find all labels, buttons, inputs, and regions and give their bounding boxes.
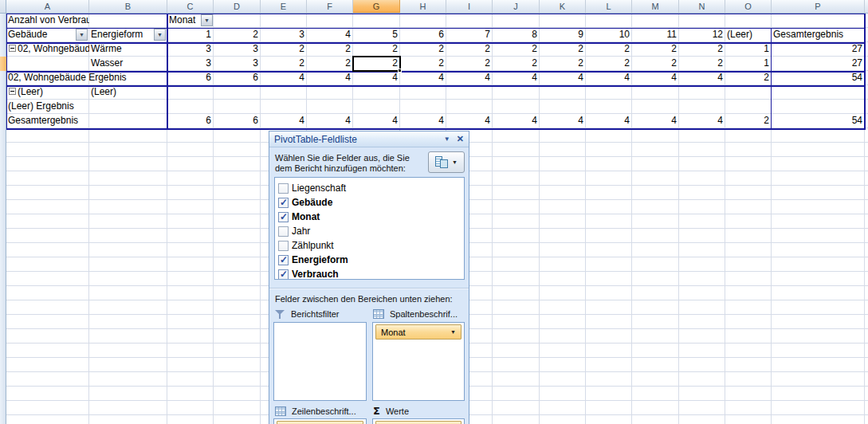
- pivot-row-field-cell[interactable]: Gebäude: [6, 28, 77, 42]
- column-header-A[interactable]: A: [6, 0, 89, 13]
- leer-value-cell[interactable]: 1: [725, 42, 772, 57]
- month-header-11[interactable]: 11: [632, 28, 679, 42]
- collapse-icon[interactable]: [9, 88, 16, 95]
- collapse-icon[interactable]: [9, 45, 16, 52]
- column-header-D[interactable]: D: [214, 0, 261, 13]
- month-header-3[interactable]: 3: [261, 28, 307, 42]
- total-value-cell[interactable]: 54: [772, 71, 865, 85]
- field-item-verbrauch[interactable]: Verbrauch: [278, 267, 462, 280]
- value-cell[interactable]: 2: [261, 42, 307, 57]
- value-cell[interactable]: 4: [307, 114, 353, 128]
- value-cell[interactable]: 6: [167, 114, 214, 128]
- value-cell[interactable]: 2: [307, 57, 353, 71]
- value-cell[interactable]: 2: [400, 42, 446, 57]
- grand-total-header[interactable]: Gesamtergebnis: [772, 28, 865, 42]
- month-header-8[interactable]: 8: [493, 28, 540, 42]
- column-header-E[interactable]: E: [261, 0, 307, 13]
- value-cell[interactable]: 2: [632, 57, 679, 71]
- value-cell[interactable]: 4: [353, 114, 400, 128]
- column-header-H[interactable]: H: [400, 0, 446, 13]
- column-header-M[interactable]: M: [632, 0, 679, 13]
- column-header-F[interactable]: F: [307, 0, 353, 13]
- month-header-1[interactable]: 1: [167, 28, 214, 42]
- row-label-2[interactable]: Wasser: [89, 57, 167, 71]
- monat-field-button[interactable]: Monat ▼: [375, 324, 461, 340]
- value-cell[interactable]: 2: [586, 57, 632, 71]
- value-cell[interactable]: 6: [214, 71, 261, 85]
- value-cell[interactable]: 2: [493, 57, 540, 71]
- column-header-L[interactable]: L: [586, 0, 632, 13]
- value-cell[interactable]: 4: [400, 71, 446, 85]
- energieform-filter-dropdown[interactable]: ▼: [154, 29, 166, 41]
- month-header-10[interactable]: 10: [586, 28, 632, 42]
- month-header-9[interactable]: 9: [540, 28, 586, 42]
- column-header-N[interactable]: N: [679, 0, 725, 13]
- value-cell[interactable]: 2: [446, 42, 493, 57]
- value-cell[interactable]: 2: [679, 42, 725, 57]
- value-cell[interactable]: 4: [632, 114, 679, 128]
- value-cell[interactable]: 4: [493, 71, 540, 85]
- value-cell[interactable]: 4: [586, 71, 632, 85]
- value-cell[interactable]: 3: [167, 57, 214, 71]
- selected-cell[interactable]: [352, 56, 401, 72]
- row-label[interactable]: 02, Wohngebäud: [6, 42, 89, 57]
- row-header-strip[interactable]: [0, 14, 6, 424]
- select-all-corner[interactable]: [0, 0, 6, 13]
- column-header-C[interactable]: C: [167, 0, 214, 13]
- checked-checkbox[interactable]: [278, 212, 289, 222]
- month-header-4[interactable]: 4: [307, 28, 353, 42]
- row-label-2[interactable]: Wärme: [89, 42, 167, 57]
- value-cell[interactable]: 4: [353, 71, 400, 85]
- value-cell[interactable]: 4: [307, 71, 353, 85]
- pivot-column-field-cell[interactable]: Monat: [167, 14, 201, 28]
- total-value-cell[interactable]: 27: [772, 42, 865, 57]
- field-item-jahr[interactable]: Jahr: [278, 224, 462, 238]
- total-value-cell[interactable]: 27: [772, 57, 865, 71]
- column-header-O[interactable]: O: [725, 0, 772, 13]
- value-cell[interactable]: 2: [493, 42, 540, 57]
- value-cell[interactable]: 4: [400, 114, 446, 128]
- panel-titlebar[interactable]: PivotTable-Feldliste ▼ ✕: [269, 132, 469, 147]
- value-cell[interactable]: 3: [214, 42, 261, 57]
- value-cell[interactable]: 4: [493, 114, 540, 128]
- column-header-P[interactable]: P: [772, 0, 865, 13]
- pivot-row-field2-cell[interactable]: Energieform: [89, 28, 155, 42]
- row-label[interactable]: 02, Wohngebäude Ergebnis: [6, 71, 167, 85]
- value-field-button-partial[interactable]: [375, 421, 461, 424]
- row-field-button-partial[interactable]: [277, 421, 363, 424]
- value-cell[interactable]: 2: [353, 42, 400, 57]
- value-cell[interactable]: 2: [261, 57, 307, 71]
- value-cell[interactable]: 4: [586, 114, 632, 128]
- value-cell[interactable]: 2: [586, 42, 632, 57]
- value-cell[interactable]: 2: [540, 42, 586, 57]
- checked-checkbox[interactable]: [278, 269, 289, 280]
- gebaeude-filter-dropdown[interactable]: ▼: [76, 29, 88, 41]
- value-cell[interactable]: 2: [446, 57, 493, 71]
- row-label[interactable]: (Leer): [6, 85, 89, 100]
- month-header-7[interactable]: 7: [446, 28, 493, 42]
- field-item-energieform[interactable]: Energieform: [278, 253, 462, 267]
- panel-close-icon[interactable]: ✕: [457, 134, 464, 144]
- value-cell[interactable]: 2: [679, 57, 725, 71]
- value-cell[interactable]: 4: [261, 71, 307, 85]
- value-cell[interactable]: 2: [400, 57, 446, 71]
- leer-value-cell[interactable]: 2: [725, 71, 772, 85]
- leer-value-cell[interactable]: 2: [725, 114, 772, 128]
- value-cell[interactable]: 3: [167, 42, 214, 57]
- value-cell[interactable]: 4: [632, 71, 679, 85]
- field-item-liegenschaft[interactable]: Liegenschaft: [278, 181, 462, 195]
- row-label-2[interactable]: (Leer): [89, 85, 167, 100]
- row-label[interactable]: (Leer) Ergebnis: [6, 100, 167, 114]
- values-dropzone[interactable]: [372, 418, 465, 424]
- value-cell[interactable]: 4: [679, 114, 725, 128]
- row-label[interactable]: [6, 57, 89, 71]
- row-labels-dropzone[interactable]: [273, 418, 367, 424]
- column-labels-dropzone[interactable]: Monat ▼: [372, 322, 465, 401]
- pivot-filter-cell[interactable]: Anzahl von Verbrau: [6, 14, 89, 28]
- value-cell[interactable]: 2: [632, 42, 679, 57]
- field-item-gebäude[interactable]: Gebäude: [278, 195, 462, 210]
- field-item-monat[interactable]: Monat: [278, 210, 462, 224]
- fill-handle[interactable]: [398, 69, 402, 73]
- value-cell[interactable]: 4: [540, 114, 586, 128]
- unchecked-checkbox[interactable]: [278, 226, 289, 237]
